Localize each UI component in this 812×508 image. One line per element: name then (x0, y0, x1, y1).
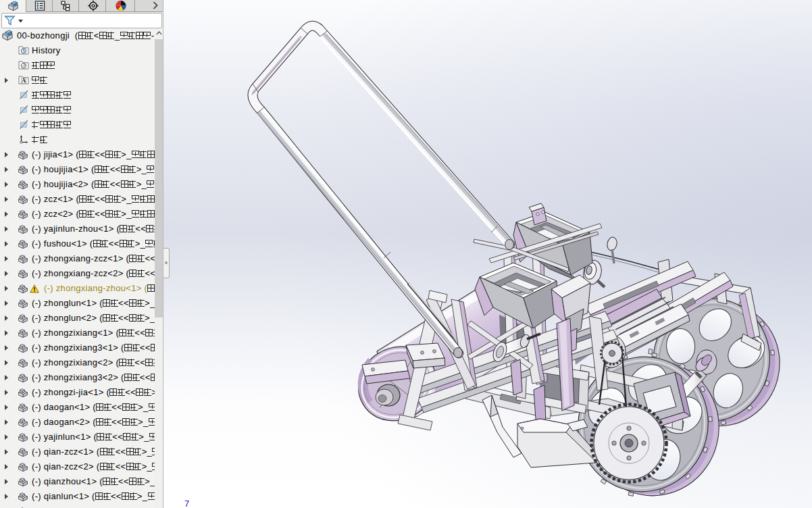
svg-text:A: A (22, 77, 26, 84)
svg-text:7: 7 (184, 499, 189, 508)
